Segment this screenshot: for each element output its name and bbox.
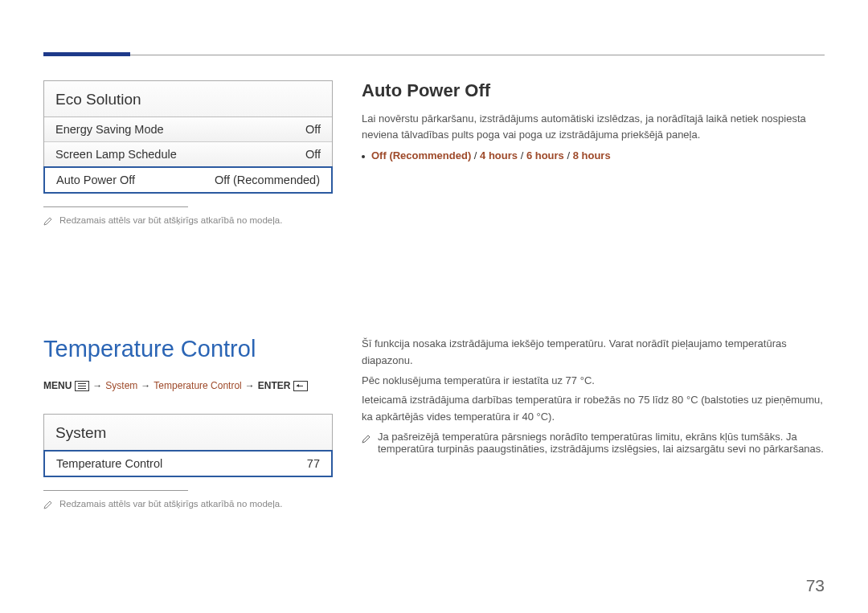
eco-card-title: Eco Solution xyxy=(44,81,332,117)
system-card: System Temperature Control 77 xyxy=(43,414,333,477)
temp-p1: Šī funkcija nosaka izstrādājuma iekšējo … xyxy=(362,336,825,370)
opt-off: Off (Recommended) xyxy=(371,149,471,161)
pencil-icon xyxy=(362,434,371,443)
temp-p2: Pēc noklusējuma temperatūra ir iestatīta… xyxy=(362,373,825,390)
model-note: Redzamais attēls var būt atšķirīgs atkar… xyxy=(43,499,333,509)
menu-grid-icon xyxy=(75,381,89,391)
opt-8h: 8 hours xyxy=(573,149,611,161)
temp-control-paragraphs: Šī funkcija nosaka izstrādājuma iekšējo … xyxy=(362,336,825,426)
menu-label: Energy Saving Mode xyxy=(55,123,164,136)
temp-note: Ja pašreizējā temperatūra pārsniegs norā… xyxy=(362,431,825,455)
note-text: Redzamais attēls var būt atšķirīgs atkar… xyxy=(59,215,282,225)
menu-value: Off xyxy=(305,123,321,136)
header-divider xyxy=(43,55,825,55)
menu-value: Off (Recommended) xyxy=(215,174,320,186)
page-number: 73 xyxy=(806,576,825,595)
menu-label: Auto Power Off xyxy=(56,174,135,186)
crumb-enter: ENTER xyxy=(258,380,291,391)
auto-power-off-heading: Auto Power Off xyxy=(362,80,825,101)
auto-power-off-desc: Lai novērstu pārkaršanu, izstrādājums au… xyxy=(362,111,825,143)
eco-solution-card: Eco Solution Energy Saving Mode Off Scre… xyxy=(43,80,333,194)
temp-note-text: Ja pašreizējā temperatūra pārsniegs norā… xyxy=(378,431,825,455)
menu-value: 77 xyxy=(307,457,320,470)
menu-label: Screen Lamp Schedule xyxy=(55,148,177,161)
divider xyxy=(43,206,188,207)
menu-value: Off xyxy=(305,148,321,161)
crumb-temp-control: Temperature Control xyxy=(154,380,241,391)
opt-4h: 4 hours xyxy=(480,149,518,161)
opt-6h: 6 hours xyxy=(526,149,564,161)
menu-row-temp-control: Temperature Control 77 xyxy=(43,450,333,477)
menu-row-screen-lamp: Screen Lamp Schedule Off xyxy=(44,142,332,167)
system-card-title: System xyxy=(44,415,332,451)
note-text: Redzamais attēls var būt atšķirīgs atkar… xyxy=(59,499,282,509)
temp-p3: Ieteicamā izstrādājuma darbības temperat… xyxy=(362,392,825,426)
menu-label: Temperature Control xyxy=(56,457,162,470)
bullet-icon xyxy=(362,155,365,158)
divider xyxy=(43,490,188,491)
model-note: Redzamais attēls var būt atšķirīgs atkar… xyxy=(43,215,333,226)
menu-row-energy-saving: Energy Saving Mode Off xyxy=(44,117,332,142)
menu-breadcrumb: MENU → System → Temperature Control → EN… xyxy=(43,380,333,391)
menu-row-auto-power-off: Auto Power Off Off (Recommended) xyxy=(43,166,333,194)
crumb-menu: MENU xyxy=(43,380,72,391)
auto-power-options: Off (Recommended) / 4 hours / 6 hours / … xyxy=(362,149,825,161)
pencil-icon xyxy=(43,216,53,226)
pencil-icon xyxy=(43,500,53,509)
enter-icon xyxy=(293,381,308,391)
temperature-control-heading: Temperature Control xyxy=(43,336,333,362)
header-accent-bar xyxy=(43,52,130,56)
crumb-system: System xyxy=(105,380,137,391)
